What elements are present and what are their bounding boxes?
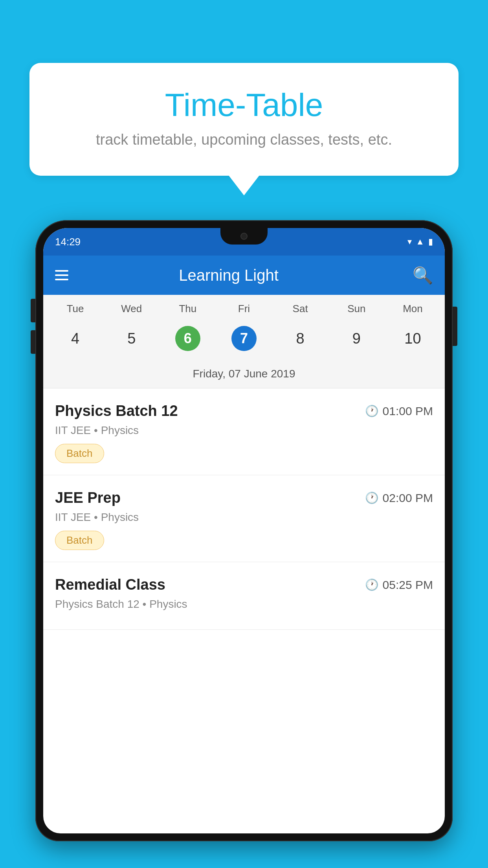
schedule-item-1-header: Physics Batch 12 🕐 01:00 PM [55, 403, 433, 419]
status-time: 14:29 [55, 236, 81, 248]
phone-screen: 14:29 ▾ ▲ ▮ Learning Light 🔍 [43, 228, 445, 833]
schedule-item-3[interactable]: Remedial Class 🕐 05:25 PM Physics Batch … [43, 562, 445, 630]
schedule-item-3-sub: Physics Batch 12 • Physics [55, 598, 433, 611]
clock-icon-3: 🕐 [365, 578, 379, 591]
schedule-item-1-time-text: 01:00 PM [383, 405, 433, 418]
day-7[interactable]: 7 [216, 321, 272, 356]
schedule-item-3-title: Remedial Class [55, 576, 165, 593]
schedule-item-1[interactable]: Physics Batch 12 🕐 01:00 PM IIT JEE • Ph… [43, 388, 445, 475]
day-label-sat: Sat [272, 303, 328, 315]
schedule-list: Physics Batch 12 🕐 01:00 PM IIT JEE • Ph… [43, 388, 445, 630]
phone-outer: 14:29 ▾ ▲ ▮ Learning Light 🔍 [35, 220, 453, 841]
day-label-sun: Sun [328, 303, 385, 315]
app-header: Learning Light 🔍 [43, 256, 445, 295]
hamburger-menu[interactable] [55, 270, 68, 280]
schedule-item-2[interactable]: JEE Prep 🕐 02:00 PM IIT JEE • Physics Ba… [43, 475, 445, 562]
day-label-thu: Thu [160, 303, 216, 315]
day-labels-row: Tue Wed Thu Fri Sat Sun Mon [43, 295, 445, 318]
calendar-section: Tue Wed Thu Fri Sat Sun Mon 4 5 6 7 8 9 … [43, 295, 445, 388]
app-title: Learning Light [80, 267, 377, 284]
schedule-item-1-time: 🕐 01:00 PM [365, 405, 433, 418]
day-8[interactable]: 8 [272, 321, 328, 356]
schedule-item-2-time-text: 02:00 PM [383, 491, 433, 505]
day-10[interactable]: 10 [385, 321, 441, 356]
camera [240, 233, 248, 240]
speech-bubble-card: Time-Table track timetable, upcoming cla… [29, 63, 459, 176]
schedule-item-2-tag: Batch [55, 531, 104, 550]
day-label-mon: Mon [385, 303, 441, 315]
search-button[interactable]: 🔍 [413, 266, 433, 285]
volume-down-button[interactable] [31, 330, 35, 354]
selected-date: Friday, 07 June 2019 [43, 364, 445, 388]
day-numbers-row: 4 5 6 7 8 9 10 [43, 318, 445, 364]
status-icons: ▾ ▲ ▮ [407, 237, 433, 247]
day-6[interactable]: 6 [160, 321, 216, 356]
day-5[interactable]: 5 [103, 321, 160, 356]
battery-icon: ▮ [428, 237, 433, 247]
signal-icon: ▲ [416, 237, 424, 247]
notch [220, 228, 268, 245]
schedule-item-3-header: Remedial Class 🕐 05:25 PM [55, 576, 433, 593]
day-4[interactable]: 4 [47, 321, 103, 356]
schedule-item-1-sub: IIT JEE • Physics [55, 424, 433, 437]
schedule-item-3-time-text: 05:25 PM [383, 578, 433, 592]
schedule-item-1-title: Physics Batch 12 [55, 403, 178, 419]
hamburger-line-3 [55, 279, 68, 280]
day-label-wed: Wed [103, 303, 160, 315]
schedule-item-2-sub: IIT JEE • Physics [55, 511, 433, 524]
wifi-icon: ▾ [407, 237, 412, 247]
day-label-tue: Tue [47, 303, 103, 315]
hamburger-line-1 [55, 270, 68, 272]
day-9[interactable]: 9 [328, 321, 385, 356]
schedule-item-2-header: JEE Prep 🕐 02:00 PM [55, 489, 433, 506]
bubble-title: Time-Table [49, 86, 439, 123]
power-button[interactable] [453, 307, 457, 346]
bubble-subtitle: track timetable, upcoming classes, tests… [49, 131, 439, 148]
day-label-fri: Fri [216, 303, 272, 315]
schedule-item-3-time: 🕐 05:25 PM [365, 578, 433, 592]
clock-icon-1: 🕐 [365, 405, 379, 417]
schedule-item-1-tag: Batch [55, 444, 104, 463]
hamburger-line-2 [55, 274, 68, 276]
status-bar: 14:29 ▾ ▲ ▮ [43, 228, 445, 256]
clock-icon-2: 🕐 [365, 491, 379, 504]
schedule-item-2-time: 🕐 02:00 PM [365, 491, 433, 505]
phone-frame: 14:29 ▾ ▲ ▮ Learning Light 🔍 [35, 220, 453, 868]
schedule-item-2-title: JEE Prep [55, 489, 121, 506]
volume-up-button[interactable] [31, 299, 35, 322]
